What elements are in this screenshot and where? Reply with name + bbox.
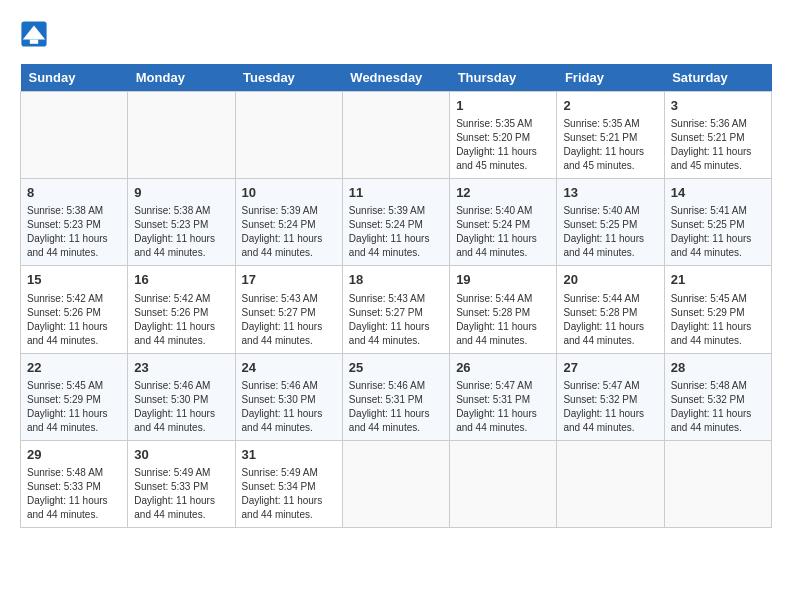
calendar-day-cell (450, 440, 557, 527)
day-info: Sunrise: 5:47 AMSunset: 5:32 PMDaylight:… (563, 379, 657, 435)
day-number: 3 (671, 97, 765, 115)
calendar-week-row: 8Sunrise: 5:38 AMSunset: 5:23 PMDaylight… (21, 179, 772, 266)
calendar-day-cell: 14Sunrise: 5:41 AMSunset: 5:25 PMDayligh… (664, 179, 771, 266)
day-info: Sunrise: 5:49 AMSunset: 5:34 PMDaylight:… (242, 466, 336, 522)
svg-rect-2 (30, 40, 38, 44)
calendar-day-cell: 22Sunrise: 5:45 AMSunset: 5:29 PMDayligh… (21, 353, 128, 440)
calendar-day-cell: 24Sunrise: 5:46 AMSunset: 5:30 PMDayligh… (235, 353, 342, 440)
day-info: Sunrise: 5:42 AMSunset: 5:26 PMDaylight:… (27, 292, 121, 348)
day-number: 14 (671, 184, 765, 202)
day-info: Sunrise: 5:40 AMSunset: 5:24 PMDaylight:… (456, 204, 550, 260)
calendar-week-row: 1Sunrise: 5:35 AMSunset: 5:20 PMDaylight… (21, 92, 772, 179)
weekday-header-cell: Friday (557, 64, 664, 92)
weekday-header-cell: Tuesday (235, 64, 342, 92)
day-number: 8 (27, 184, 121, 202)
day-info: Sunrise: 5:41 AMSunset: 5:25 PMDaylight:… (671, 204, 765, 260)
day-info: Sunrise: 5:46 AMSunset: 5:31 PMDaylight:… (349, 379, 443, 435)
calendar-day-cell: 3Sunrise: 5:36 AMSunset: 5:21 PMDaylight… (664, 92, 771, 179)
calendar-day-cell: 20Sunrise: 5:44 AMSunset: 5:28 PMDayligh… (557, 266, 664, 353)
day-info: Sunrise: 5:48 AMSunset: 5:33 PMDaylight:… (27, 466, 121, 522)
calendar-day-cell: 1Sunrise: 5:35 AMSunset: 5:20 PMDaylight… (450, 92, 557, 179)
day-info: Sunrise: 5:38 AMSunset: 5:23 PMDaylight:… (27, 204, 121, 260)
day-info: Sunrise: 5:44 AMSunset: 5:28 PMDaylight:… (563, 292, 657, 348)
day-number: 24 (242, 359, 336, 377)
day-number: 19 (456, 271, 550, 289)
day-number: 25 (349, 359, 443, 377)
calendar-day-cell: 8Sunrise: 5:38 AMSunset: 5:23 PMDaylight… (21, 179, 128, 266)
calendar-day-cell: 27Sunrise: 5:47 AMSunset: 5:32 PMDayligh… (557, 353, 664, 440)
day-number: 17 (242, 271, 336, 289)
calendar-day-cell: 19Sunrise: 5:44 AMSunset: 5:28 PMDayligh… (450, 266, 557, 353)
weekday-header-cell: Sunday (21, 64, 128, 92)
day-number: 11 (349, 184, 443, 202)
logo (20, 20, 52, 48)
calendar-day-cell (235, 92, 342, 179)
calendar-day-cell: 12Sunrise: 5:40 AMSunset: 5:24 PMDayligh… (450, 179, 557, 266)
day-info: Sunrise: 5:46 AMSunset: 5:30 PMDaylight:… (134, 379, 228, 435)
day-number: 9 (134, 184, 228, 202)
day-number: 10 (242, 184, 336, 202)
day-number: 21 (671, 271, 765, 289)
calendar-day-cell: 30Sunrise: 5:49 AMSunset: 5:33 PMDayligh… (128, 440, 235, 527)
day-number: 1 (456, 97, 550, 115)
day-info: Sunrise: 5:38 AMSunset: 5:23 PMDaylight:… (134, 204, 228, 260)
day-info: Sunrise: 5:39 AMSunset: 5:24 PMDaylight:… (242, 204, 336, 260)
calendar-day-cell (342, 92, 449, 179)
calendar-day-cell (557, 440, 664, 527)
logo-icon (20, 20, 48, 48)
day-info: Sunrise: 5:43 AMSunset: 5:27 PMDaylight:… (242, 292, 336, 348)
weekday-header-cell: Wednesday (342, 64, 449, 92)
calendar-day-cell: 10Sunrise: 5:39 AMSunset: 5:24 PMDayligh… (235, 179, 342, 266)
calendar-day-cell: 23Sunrise: 5:46 AMSunset: 5:30 PMDayligh… (128, 353, 235, 440)
calendar-week-row: 29Sunrise: 5:48 AMSunset: 5:33 PMDayligh… (21, 440, 772, 527)
day-info: Sunrise: 5:43 AMSunset: 5:27 PMDaylight:… (349, 292, 443, 348)
day-info: Sunrise: 5:48 AMSunset: 5:32 PMDaylight:… (671, 379, 765, 435)
day-info: Sunrise: 5:39 AMSunset: 5:24 PMDaylight:… (349, 204, 443, 260)
day-number: 15 (27, 271, 121, 289)
day-number: 16 (134, 271, 228, 289)
weekday-header-cell: Saturday (664, 64, 771, 92)
day-number: 26 (456, 359, 550, 377)
calendar-day-cell: 18Sunrise: 5:43 AMSunset: 5:27 PMDayligh… (342, 266, 449, 353)
weekday-header-row: SundayMondayTuesdayWednesdayThursdayFrid… (21, 64, 772, 92)
day-info: Sunrise: 5:47 AMSunset: 5:31 PMDaylight:… (456, 379, 550, 435)
calendar-day-cell: 16Sunrise: 5:42 AMSunset: 5:26 PMDayligh… (128, 266, 235, 353)
day-info: Sunrise: 5:45 AMSunset: 5:29 PMDaylight:… (27, 379, 121, 435)
calendar-table: SundayMondayTuesdayWednesdayThursdayFrid… (20, 64, 772, 528)
calendar-day-cell: 11Sunrise: 5:39 AMSunset: 5:24 PMDayligh… (342, 179, 449, 266)
day-info: Sunrise: 5:44 AMSunset: 5:28 PMDaylight:… (456, 292, 550, 348)
day-info: Sunrise: 5:36 AMSunset: 5:21 PMDaylight:… (671, 117, 765, 173)
calendar-week-row: 22Sunrise: 5:45 AMSunset: 5:29 PMDayligh… (21, 353, 772, 440)
calendar-day-cell (342, 440, 449, 527)
day-info: Sunrise: 5:49 AMSunset: 5:33 PMDaylight:… (134, 466, 228, 522)
day-number: 20 (563, 271, 657, 289)
calendar-day-cell: 26Sunrise: 5:47 AMSunset: 5:31 PMDayligh… (450, 353, 557, 440)
calendar-day-cell: 31Sunrise: 5:49 AMSunset: 5:34 PMDayligh… (235, 440, 342, 527)
calendar-day-cell: 25Sunrise: 5:46 AMSunset: 5:31 PMDayligh… (342, 353, 449, 440)
day-number: 27 (563, 359, 657, 377)
day-info: Sunrise: 5:45 AMSunset: 5:29 PMDaylight:… (671, 292, 765, 348)
calendar-day-cell: 29Sunrise: 5:48 AMSunset: 5:33 PMDayligh… (21, 440, 128, 527)
calendar-week-row: 15Sunrise: 5:42 AMSunset: 5:26 PMDayligh… (21, 266, 772, 353)
calendar-day-cell: 21Sunrise: 5:45 AMSunset: 5:29 PMDayligh… (664, 266, 771, 353)
day-number: 12 (456, 184, 550, 202)
calendar-day-cell: 9Sunrise: 5:38 AMSunset: 5:23 PMDaylight… (128, 179, 235, 266)
day-number: 2 (563, 97, 657, 115)
calendar-day-cell (128, 92, 235, 179)
calendar-day-cell: 17Sunrise: 5:43 AMSunset: 5:27 PMDayligh… (235, 266, 342, 353)
calendar-body: 1Sunrise: 5:35 AMSunset: 5:20 PMDaylight… (21, 92, 772, 528)
calendar-day-cell: 13Sunrise: 5:40 AMSunset: 5:25 PMDayligh… (557, 179, 664, 266)
day-number: 13 (563, 184, 657, 202)
calendar-day-cell (664, 440, 771, 527)
day-number: 22 (27, 359, 121, 377)
day-number: 28 (671, 359, 765, 377)
day-number: 23 (134, 359, 228, 377)
calendar-day-cell: 2Sunrise: 5:35 AMSunset: 5:21 PMDaylight… (557, 92, 664, 179)
day-info: Sunrise: 5:46 AMSunset: 5:30 PMDaylight:… (242, 379, 336, 435)
weekday-header-cell: Monday (128, 64, 235, 92)
day-info: Sunrise: 5:42 AMSunset: 5:26 PMDaylight:… (134, 292, 228, 348)
calendar-day-cell (21, 92, 128, 179)
day-info: Sunrise: 5:35 AMSunset: 5:20 PMDaylight:… (456, 117, 550, 173)
calendar-day-cell: 15Sunrise: 5:42 AMSunset: 5:26 PMDayligh… (21, 266, 128, 353)
weekday-header-cell: Thursday (450, 64, 557, 92)
